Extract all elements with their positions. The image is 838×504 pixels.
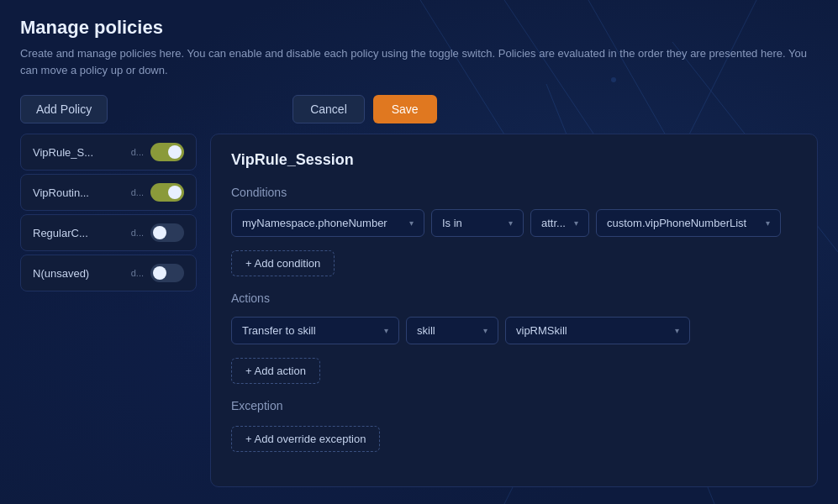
policy-toggle[interactable] [150,264,184,282]
policy-toggle[interactable] [150,223,184,242]
chevron-down-icon: ▾ [509,218,513,228]
toggle-thumb [153,226,166,239]
policy-editor-panel: VipRule_Session Conditions myNamespace.p… [210,134,818,487]
add-condition-button[interactable]: + Add condition [231,250,335,276]
cancel-button[interactable]: Cancel [293,95,365,123]
condition-field-dropdown[interactable]: myNamespace.phoneNumber ▾ [231,209,424,237]
policy-label: d... [131,187,144,197]
exception-section: Exception + Add override exception [231,399,797,452]
policy-name: RegularC... [33,227,124,239]
condition-value-dropdown[interactable]: custom.vipPhoneNumberList ▾ [596,209,781,237]
chevron-down-icon: ▾ [409,218,414,228]
action-type-value: Transfer to skill [242,324,316,337]
policy-name: VipRule_S... [33,146,124,159]
page-title: Manage policies [20,17,818,39]
action-param-value-dropdown[interactable]: vipRMSkill ▾ [505,317,690,344]
chevron-down-icon: ▾ [766,218,770,228]
chevron-down-icon: ▾ [574,218,578,228]
action-param-value: vipRMSkill [516,324,567,337]
policy-item[interactable]: N(unsaved) d... [20,255,197,291]
policy-toggle[interactable] [150,183,184,202]
exception-label: Exception [231,399,797,412]
save-button[interactable]: Save [373,95,437,123]
action-param-label-value: skill [417,324,435,337]
policy-label: d... [131,268,144,278]
chevron-down-icon: ▾ [384,326,388,335]
condition-attr-value: attr... [541,217,566,229]
action-param-label-dropdown[interactable]: skill ▾ [406,317,498,344]
toggle-thumb [168,145,182,159]
action-row: Transfer to skill ▾ skill ▾ vipRMSkill ▾ [231,317,797,344]
condition-list-value: custom.vipPhoneNumberList [607,217,746,229]
policy-toggle[interactable] [150,143,184,161]
condition-attr-dropdown[interactable]: attr... ▾ [530,209,589,237]
toggle-thumb [153,266,166,280]
policy-editor-title: VipRule_Session [231,151,797,169]
chevron-down-icon: ▾ [675,326,679,335]
policy-label: d... [131,228,144,238]
chevron-down-icon: ▾ [483,326,488,335]
policy-name: N(unsaved) [33,267,124,280]
conditions-label: Conditions [231,186,797,199]
actions-label: Actions [231,291,797,305]
policy-item[interactable]: RegularC... d... [20,214,197,251]
condition-operator-dropdown[interactable]: Is in ▾ [431,209,524,237]
add-action-button[interactable]: + Add action [231,358,320,384]
add-policy-button[interactable]: Add Policy [20,95,108,123]
condition-row: myNamespace.phoneNumber ▾ Is in ▾ attr..… [231,209,797,237]
condition-operator-value: Is in [442,217,462,229]
page-description: Create and manage policies here. You can… [20,45,818,78]
policy-list: VipRule_S... d... VipRoutin... d... Regu… [20,134,197,487]
policy-label: d... [131,147,144,157]
policy-item[interactable]: VipRule_S... d... [20,134,197,171]
action-type-dropdown[interactable]: Transfer to skill ▾ [231,317,399,344]
condition-field-value: myNamespace.phoneNumber [242,217,387,229]
add-exception-button[interactable]: + Add override exception [231,426,380,452]
policy-name: VipRoutin... [33,186,124,199]
toggle-thumb [168,186,182,199]
policy-item[interactable]: VipRoutin... d... [20,174,197,211]
